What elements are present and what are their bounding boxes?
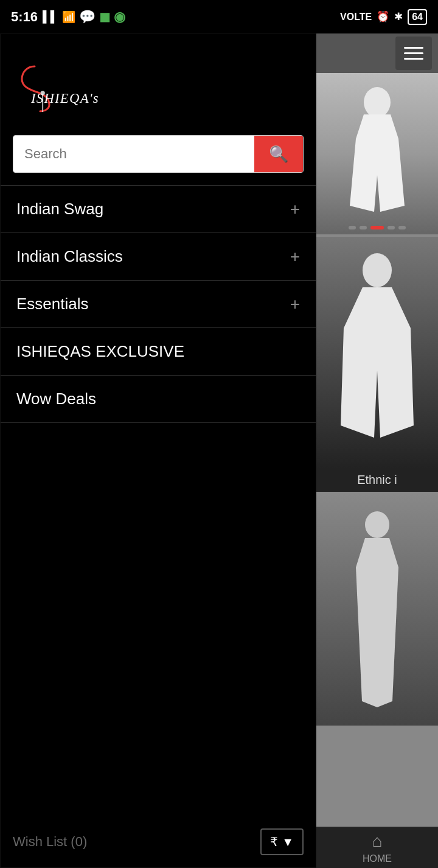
signal-icon: ▌▌ [43, 10, 58, 23]
menu-item-indian-swag[interactable]: Indian Swag + [1, 186, 316, 233]
slider-indicators [349, 226, 406, 229]
drawer-header: ISHIEQA's [1, 34, 316, 130]
dress-illustration-2 [338, 249, 417, 456]
menu-item-label: Indian Classics [16, 247, 123, 266]
dot-2 [360, 226, 367, 229]
logo-area: ISHIEQA's [13, 45, 122, 124]
right-top-bar [316, 33, 438, 73]
svg-point-4 [363, 253, 392, 287]
svg-text:ISHIEQA's: ISHIEQA's [30, 91, 99, 106]
right-panel: Ethnic i ⌂ HOME [316, 33, 438, 868]
hamburger-button[interactable] [395, 37, 432, 70]
app-icon-2: ◉ [114, 9, 125, 25]
message-icon: 💬 [79, 9, 96, 25]
dot-4 [388, 226, 395, 229]
menu-list: Indian Swag + Indian Classics + Essentia… [1, 185, 316, 816]
expand-icon: + [290, 247, 300, 267]
app-icon-1: ◼ [99, 9, 110, 25]
main-layout: ISHIEQA's 🔍 Indian Swag + Indian Classic… [0, 33, 438, 868]
wish-list-label: Wish List (0) [13, 834, 87, 850]
dropdown-arrow: ▼ [282, 835, 294, 849]
alarm-icon: ⏰ [377, 10, 389, 23]
menu-item-label: Essentials [16, 295, 89, 313]
volte-icon: VOLTE [340, 12, 372, 23]
menu-item-label: Wow Deals [16, 390, 96, 408]
search-icon: 🔍 [269, 145, 288, 164]
svg-point-3 [364, 87, 391, 117]
product-images-area: Ethnic i [316, 73, 438, 868]
product-card-2 [316, 237, 438, 468]
hamburger-line-3 [404, 58, 423, 60]
menu-item-essentials[interactable]: Essentials + [1, 281, 316, 328]
dress-illustration-3 [344, 506, 411, 713]
menu-item-label: Indian Swag [16, 200, 103, 219]
search-button[interactable]: 🔍 [254, 136, 303, 172]
home-nav-item[interactable]: ⌂ HOME [363, 831, 392, 864]
home-icon: ⌂ [372, 831, 383, 851]
search-bar: 🔍 [13, 135, 304, 173]
battery-indicator: 64 [408, 9, 427, 25]
menu-item-ishieqas-exclusive[interactable]: ISHIEQAS EXCLUSIVE [1, 328, 316, 376]
currency-selector[interactable]: ₹ ▼ [260, 828, 304, 855]
currency-symbol: ₹ [270, 835, 278, 849]
product-card-3 [316, 494, 438, 726]
home-label: HOME [363, 853, 392, 864]
navigation-drawer: ISHIEQA's 🔍 Indian Swag + Indian Classic… [0, 33, 316, 868]
drawer-footer: Wish List (0) ₹ ▼ [1, 816, 316, 867]
wifi-icon: 📶 [62, 10, 75, 24]
product-card-1 [316, 73, 438, 234]
section-label: Ethnic i [316, 468, 438, 492]
dot-5 [398, 226, 406, 229]
status-time: 5:16 [11, 9, 38, 25]
status-bar: 5:16 ▌▌ 📶 💬 ◼ ◉ VOLTE ⏰ ✱ 64 [0, 0, 438, 33]
hamburger-line-1 [404, 47, 423, 49]
search-input[interactable] [13, 136, 254, 172]
hamburger-line-2 [404, 52, 423, 54]
logo-svg: ISHIEQA's [13, 45, 122, 124]
svg-point-5 [365, 511, 389, 538]
bluetooth-icon: ✱ [394, 10, 403, 23]
expand-icon: + [290, 200, 300, 219]
menu-item-wow-deals[interactable]: Wow Deals [1, 376, 316, 423]
dress-illustration-1 [341, 84, 414, 224]
dot-active [370, 226, 384, 229]
dot-1 [349, 226, 356, 229]
expand-icon: + [290, 295, 300, 314]
menu-item-indian-classics[interactable]: Indian Classics + [1, 233, 316, 281]
bottom-nav: ⌂ HOME [316, 827, 438, 868]
menu-item-label: ISHIEQAS EXCLUSIVE [16, 342, 184, 361]
